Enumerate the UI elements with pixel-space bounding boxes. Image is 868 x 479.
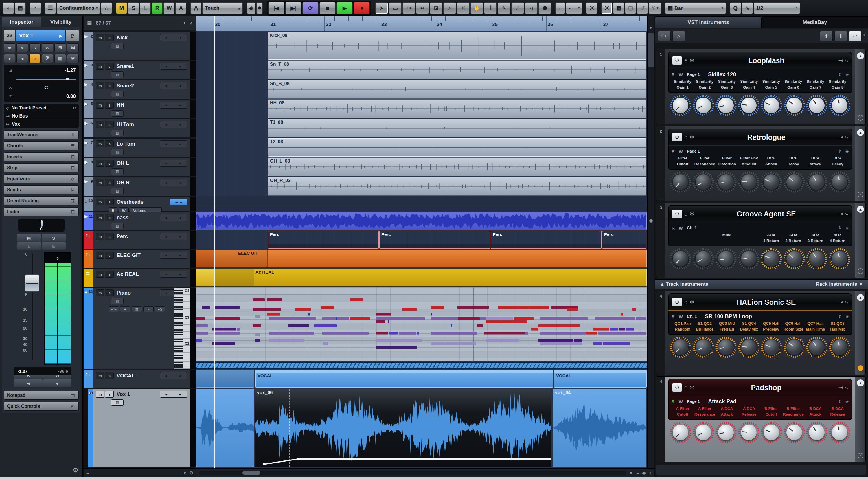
volume-value[interactable]: -1.27 bbox=[17, 67, 76, 73]
record-enable-icon[interactable]: ● bbox=[165, 64, 167, 68]
elec-git-event[interactable]: ELEC GIT bbox=[196, 250, 647, 267]
channel-strip-icon[interactable]: ▥ bbox=[111, 399, 124, 406]
quick-control-knob-1[interactable] bbox=[672, 96, 689, 114]
quick-control-knob-8[interactable] bbox=[831, 173, 848, 191]
track-row-elec-git[interactable]: 🗀msELEC GIT●◄ bbox=[84, 250, 196, 268]
write-automation-button[interactable]: W bbox=[679, 72, 683, 77]
quick-control-knob-4[interactable] bbox=[740, 338, 758, 356]
audition-tool-icon[interactable]: ◃ bbox=[525, 2, 537, 14]
timeline-ruler[interactable]: 3031323334353637 bbox=[196, 17, 647, 32]
inspector-section-direct-routing[interactable]: Direct Routing⇶ bbox=[4, 196, 79, 205]
track-solo-button[interactable]: s bbox=[105, 252, 114, 259]
monitor-icon[interactable]: ◄ bbox=[178, 234, 182, 239]
vox-audio-event-selected[interactable]: vox_06 bbox=[255, 389, 552, 467]
vocal-folder-event[interactable] bbox=[196, 370, 254, 388]
track-solo-button[interactable]: s bbox=[105, 199, 114, 206]
track-row-kick[interactable]: ▶2msKick●◄▥ bbox=[84, 32, 196, 60]
split-tool-icon[interactable]: ✂ bbox=[402, 2, 415, 14]
quick-control-knob-1[interactable] bbox=[672, 338, 689, 356]
track-row-overheads[interactable]: ψ10msOverheads–□–RWVolume bbox=[84, 197, 196, 212]
monitor-icon[interactable]: ◄ bbox=[17, 54, 28, 63]
tab-mediabay[interactable]: MediaBay bbox=[762, 17, 868, 28]
output-activity-icon[interactable]: ◔ bbox=[858, 191, 863, 198]
mini-button[interactable]: –□– bbox=[108, 306, 119, 312]
track-solo-button[interactable]: s bbox=[105, 233, 114, 240]
quick-control-knob-1[interactable] bbox=[672, 423, 689, 441]
quick-control-knob-2[interactable] bbox=[694, 250, 712, 268]
track-row-oh-l[interactable]: ▶8msOH L●◄▥ bbox=[84, 158, 196, 177]
go-to-start-button[interactable]: |◀ bbox=[268, 2, 284, 14]
collapse-slot-icon[interactable]: ▲ bbox=[857, 52, 864, 59]
track-row-lo-tom[interactable]: ▶7msLo Tom●◄▥ bbox=[84, 139, 196, 157]
track-mute-button[interactable]: m bbox=[96, 82, 104, 89]
color-tool-icon[interactable]: ⬢ bbox=[538, 2, 551, 14]
snap-type-grid-icon[interactable]: ▦ bbox=[613, 2, 624, 14]
solo-button[interactable]: s bbox=[17, 43, 28, 52]
power-icon[interactable]: ⏻ bbox=[672, 133, 682, 141]
input-option-icon[interactable]: ⇥ bbox=[838, 299, 843, 305]
write-automation-button[interactable]: W bbox=[679, 226, 683, 230]
freeze-icon[interactable]: ✻ bbox=[690, 299, 694, 305]
audiowarp-quantize-icon[interactable]: ∿ bbox=[742, 2, 753, 14]
perc-event[interactable]: Perc bbox=[602, 231, 646, 249]
inspector-section-trackversions[interactable]: TrackVersions⫴ bbox=[4, 130, 79, 139]
track-mute-button[interactable]: m bbox=[96, 63, 104, 70]
vox-audio-event[interactable]: vox_04 bbox=[553, 389, 646, 467]
time-warp-tool-icon[interactable]: ✋ bbox=[470, 2, 483, 14]
auto-crossfade-icon[interactable]: ⤬ bbox=[586, 2, 597, 14]
edit-channel-button[interactable]: e bbox=[66, 30, 79, 41]
snap-type-magnet-icon[interactable]: Υ▾ bbox=[649, 2, 661, 14]
input-option-icon[interactable]: ⇥ bbox=[838, 134, 843, 140]
inspector-section-chords[interactable]: Chords≣ bbox=[4, 141, 79, 150]
quick-control-knob-8[interactable] bbox=[831, 423, 848, 441]
lane-display-icon[interactable]: ▥ bbox=[54, 54, 66, 63]
quick-control-knob-7[interactable] bbox=[808, 173, 826, 191]
channel-strip-icon[interactable]: ▥ bbox=[111, 223, 124, 229]
show-lanes-icon[interactable]: ⊞ bbox=[54, 43, 66, 52]
track-solo-button[interactable]: s bbox=[105, 179, 114, 186]
instruments-divider[interactable]: ▲ Track InstrumentsRack Instruments ▼ bbox=[655, 279, 868, 289]
volume-slider[interactable] bbox=[17, 78, 76, 80]
read-automation-button[interactable]: R bbox=[672, 399, 675, 404]
output-option-icon[interactable]: ⤷ bbox=[845, 385, 848, 391]
write-automation-button[interactable]: W bbox=[679, 399, 683, 404]
track-mute-button[interactable]: m bbox=[96, 121, 104, 128]
quick-control-knob-7[interactable] bbox=[808, 96, 826, 114]
audio-event[interactable]: Kick_08 bbox=[268, 32, 646, 60]
freeze-icon[interactable]: ✻ bbox=[690, 211, 694, 217]
automation-panel-icon[interactable]: ⋀ bbox=[190, 2, 202, 14]
channel-strip-icon[interactable]: ▥ bbox=[111, 43, 124, 49]
configurations-dropdown[interactable]: Configurations▾ bbox=[57, 2, 100, 14]
track-mute-button[interactable]: m bbox=[96, 214, 104, 221]
zoom-out-icon[interactable]: – bbox=[637, 471, 639, 475]
input-option-icon[interactable]: ⇥ bbox=[838, 384, 843, 391]
quick-control-knob-5[interactable] bbox=[763, 96, 780, 114]
inspector-section-inserts[interactable]: Inserts⊟ bbox=[4, 152, 79, 161]
collapse-slot-icon[interactable]: ▲ bbox=[857, 380, 864, 386]
bass-audio-event[interactable] bbox=[196, 212, 647, 230]
audio-event[interactable]: OH_L_08 bbox=[268, 158, 646, 176]
track-solo-button[interactable]: s bbox=[105, 271, 114, 277]
collapse-slot-icon[interactable]: ▲ bbox=[857, 206, 864, 213]
edit-instrument-icon[interactable]: ℮ bbox=[684, 385, 687, 391]
freeze-icon[interactable]: ⋈ bbox=[67, 43, 79, 52]
monitor-icon[interactable]: ◄ bbox=[178, 272, 182, 276]
inspector-section-sends[interactable]: Sends⌸ bbox=[4, 185, 79, 194]
perc-event[interactable]: Perc bbox=[491, 231, 601, 249]
monitor-icon[interactable]: ◄ bbox=[178, 392, 182, 396]
mute-button[interactable]: m bbox=[4, 43, 16, 52]
channel-strip-icon[interactable]: ▥ bbox=[111, 91, 124, 97]
snap-on-off-icon[interactable]: ⤫ bbox=[601, 2, 612, 14]
record-enable-icon[interactable]: ● bbox=[165, 142, 167, 146]
quick-control-knob-7[interactable] bbox=[808, 250, 826, 268]
record-enable-icon[interactable]: ● bbox=[165, 36, 167, 40]
project-cursor[interactable] bbox=[214, 17, 215, 468]
power-icon[interactable]: ⏻ bbox=[672, 384, 682, 392]
zoom-in-icon[interactable]: + bbox=[649, 471, 652, 475]
read-automation-button[interactable]: R bbox=[672, 226, 675, 230]
draw-tool-icon[interactable]: ✎ bbox=[498, 2, 510, 14]
quick-control-knob-4[interactable] bbox=[740, 173, 758, 191]
record-enable-icon[interactable]: ● bbox=[165, 181, 167, 185]
vertical-scrollbar[interactable]: ▼ bbox=[647, 17, 654, 468]
monitor-icon[interactable]: ◄ bbox=[178, 216, 182, 220]
